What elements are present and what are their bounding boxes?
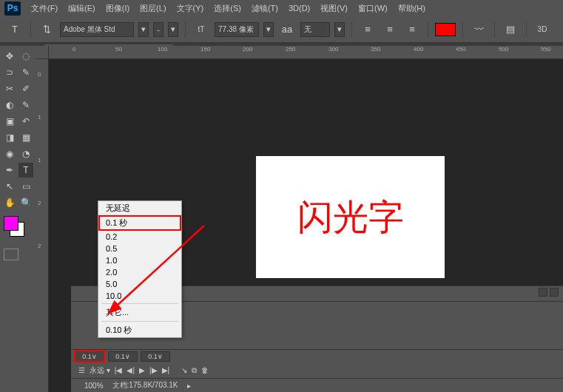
crop-tool[interactable]: ✂	[2, 81, 17, 96]
menu-image[interactable]: 图像(I)	[101, 1, 134, 16]
quick-select-tool[interactable]: ✎	[18, 65, 33, 80]
frame-delay-3[interactable]: 0.1∨	[141, 351, 170, 362]
delay-option-none[interactable]: 无延迟	[98, 201, 181, 215]
delay-option-10-0[interactable]: 10.0	[98, 290, 181, 302]
panel-menu-icon[interactable]	[550, 288, 559, 297]
marquee-tool[interactable]: ◌	[18, 49, 33, 64]
menu-layer[interactable]: 图层(L)	[135, 1, 170, 16]
text-tool-icon: T	[6, 21, 24, 38]
eraser-tool[interactable]: ◨	[2, 130, 17, 145]
align-center-button[interactable]: ≡	[381, 21, 399, 38]
stamp-tool[interactable]: ▣	[2, 114, 17, 129]
ruler-tick: 500	[499, 46, 508, 53]
antialias-dropdown-icon[interactable]: ▾	[334, 22, 345, 37]
menu-filter[interactable]: 滤镜(T)	[247, 1, 283, 16]
type-tool[interactable]: T	[18, 163, 33, 178]
menu-type[interactable]: 文字(Y)	[172, 1, 209, 16]
history-brush-tool[interactable]: ↶	[18, 114, 33, 129]
tween-button[interactable]: ↘	[181, 366, 187, 374]
status-dropdown-icon[interactable]: ▸	[187, 382, 191, 390]
align-left-button[interactable]: ≡	[359, 21, 377, 38]
character-panel-button[interactable]: ▤	[502, 21, 519, 38]
divider	[526, 22, 527, 37]
canvas-document[interactable]: 闪光字	[256, 156, 445, 278]
foreground-color-swatch[interactable]	[4, 216, 18, 231]
menu-edit[interactable]: 编辑(E)	[64, 1, 100, 16]
ruler-tick: 300	[328, 46, 338, 53]
lasso-tool[interactable]: ⊃	[2, 65, 17, 80]
screen-mode-button[interactable]	[4, 249, 18, 260]
workspace: ✥ ◌ ⊃ ✎ ✂ ✐ ◐ ✎ ▣ ↶ ◨ ▦ ◉ ◔ ✒ T ↖ ▭ ✋ 🔍	[0, 46, 563, 392]
ruler-tick: 2	[38, 200, 41, 206]
menu-view[interactable]: 视图(V)	[316, 1, 352, 16]
first-frame-button[interactable]: |◀	[115, 366, 123, 374]
prev-frame-button[interactable]: ◀|	[127, 366, 135, 374]
antialias-select[interactable]: 无	[300, 22, 330, 37]
orientation-toggle[interactable]: ⇅	[38, 21, 55, 38]
frame-delay-1[interactable]: 0.1∨	[74, 350, 105, 362]
delay-option-0-2[interactable]: 0.2	[98, 231, 181, 243]
loop-select[interactable]: 永远 ▾	[90, 365, 110, 376]
brush-tool[interactable]: ✎	[18, 98, 33, 112]
timeline-frame-delay-row: 0.1∨ 0.1∨ 0.1∨	[71, 350, 563, 362]
frame-delay-menu: 无延迟 0.1 秒 0.2 0.5 1.0 2.0 5.0 10.0 其它...…	[98, 200, 182, 338]
shape-tool[interactable]: ▭	[18, 179, 33, 194]
zoom-level[interactable]: 100%	[84, 382, 104, 390]
hand-tool[interactable]: ✋	[2, 195, 17, 210]
menu-file[interactable]: 文件(F)	[27, 1, 62, 16]
delete-frame-button[interactable]: 🗑	[201, 366, 209, 374]
menu-3d[interactable]: 3D(D)	[284, 2, 314, 14]
text-3d-button[interactable]: 3D	[533, 21, 551, 38]
ruler-tick: 400	[414, 46, 423, 53]
delay-option-other[interactable]: 其它...	[98, 305, 181, 320]
ruler-tick: 250	[286, 46, 295, 53]
ruler-vertical: 0 1 1 2 2	[36, 59, 49, 392]
menu-separator	[101, 303, 178, 304]
ruler-tick: 550	[541, 46, 550, 53]
frame-delay-2[interactable]: 0.1∨	[108, 351, 138, 362]
move-tool[interactable]: ✥	[2, 49, 17, 64]
text-color-swatch[interactable]	[435, 23, 456, 36]
zoom-tool[interactable]: 🔍	[18, 195, 33, 210]
play-button[interactable]: ▶	[139, 366, 145, 374]
menu-help[interactable]: 帮助(H)	[394, 1, 430, 16]
warp-text-button[interactable]: 〰	[470, 21, 488, 38]
last-frame-button[interactable]: ▶|	[162, 366, 170, 374]
gradient-tool[interactable]: ▦	[18, 130, 33, 145]
align-right-button[interactable]: ≡	[403, 21, 421, 38]
blur-tool[interactable]: ◉	[2, 146, 17, 161]
pen-tool[interactable]: ✒	[2, 163, 17, 178]
font-style-select[interactable]: -	[153, 22, 163, 37]
ruler-tick: 0	[38, 71, 41, 78]
delay-option-5-0[interactable]: 5.0	[98, 278, 181, 290]
ruler-horizontal: 0 50 100 150 200 250 300 350 400 450 500…	[49, 46, 563, 59]
timeline-toggle-button[interactable]: ☰	[78, 366, 85, 374]
menu-select[interactable]: 选择(S)	[209, 1, 246, 16]
menu-separator	[101, 321, 178, 322]
font-family-dropdown-icon[interactable]: ▾	[138, 22, 149, 37]
divider	[494, 22, 495, 37]
duplicate-frame-button[interactable]: ⧉	[192, 366, 197, 375]
timeline-playback-row: ☰ 永远 ▾ |◀ ◀| ▶ |▶ ▶| ↘ ⧉ 🗑	[71, 362, 563, 379]
next-frame-button[interactable]: |▶	[149, 366, 158, 374]
path-select-tool[interactable]: ↖	[2, 179, 17, 194]
delay-option-1-0[interactable]: 1.0	[98, 254, 181, 266]
divider	[428, 22, 428, 37]
delay-option-0-1[interactable]: 0.1 秒	[98, 215, 181, 231]
collapse-icon[interactable]	[539, 288, 547, 297]
antialias-label: aa	[278, 21, 296, 38]
font-size-input[interactable]: 77.38 像素	[215, 22, 259, 37]
delay-option-0-5[interactable]: 0.5	[98, 243, 181, 254]
font-family-select[interactable]: Adobe 黑体 Std	[60, 22, 134, 37]
dodge-tool[interactable]: ◔	[18, 146, 33, 161]
ruler-corner	[36, 46, 49, 59]
eyedropper-tool[interactable]: ✐	[18, 81, 33, 96]
font-size-dropdown-icon[interactable]: ▾	[263, 22, 274, 37]
delay-option-current[interactable]: 0.10 秒	[98, 323, 181, 337]
delay-option-2-0[interactable]: 2.0	[98, 266, 181, 278]
font-style-dropdown-icon[interactable]: ▾	[168, 22, 178, 37]
ruler-tick: 2	[38, 243, 41, 249]
healing-tool[interactable]: ◐	[2, 98, 17, 112]
divider	[462, 22, 463, 37]
menu-window[interactable]: 窗口(W)	[354, 1, 392, 16]
